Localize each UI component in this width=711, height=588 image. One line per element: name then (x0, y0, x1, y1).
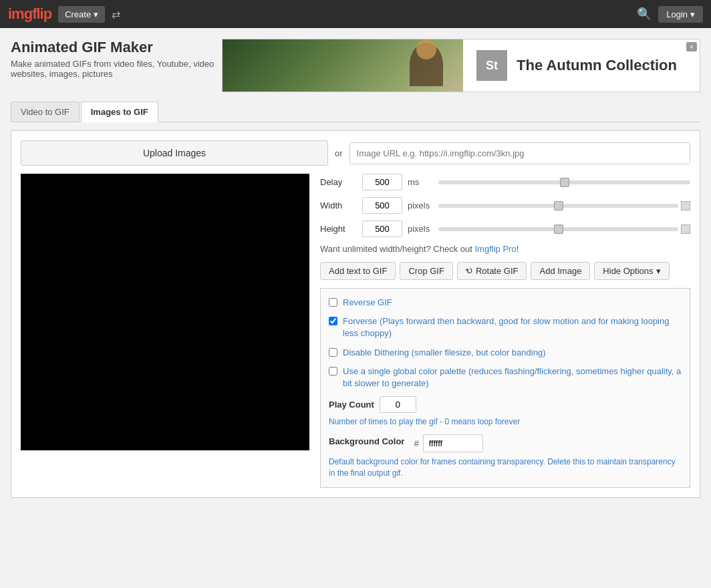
bg-color-section: Background Color # Default background co… (329, 434, 682, 479)
delay-unit: ms (408, 177, 433, 187)
width-input[interactable] (362, 197, 402, 214)
header-right: 🔍 Login ▾ (637, 6, 703, 23)
ad-st-logo: St (476, 50, 507, 81)
rotate-icon: ↻ (464, 265, 475, 277)
rotate-button[interactable]: ↻ Rotate GIF (457, 262, 527, 280)
height-control-row: Height pixels (320, 220, 690, 237)
imgflip-pro-link[interactable]: Imgflip Pro (474, 244, 516, 254)
ad-close-button[interactable]: × (686, 42, 697, 51)
reverse-gif-checkbox[interactable] (329, 298, 337, 307)
height-slider[interactable] (438, 227, 678, 231)
delay-label: Delay (320, 177, 357, 187)
bg-color-description: Default background color for frames cont… (329, 456, 682, 479)
login-chevron-icon: ▾ (690, 9, 695, 19)
content-area: Upload Images or (11, 130, 700, 498)
delay-input[interactable] (362, 174, 402, 190)
single-palette-label[interactable]: Use a single global color palette (reduc… (343, 365, 682, 390)
ad-title-text: The Autumn Collection (517, 57, 677, 74)
width-unit: pixels (408, 200, 433, 210)
gif-preview: ↖ (21, 174, 309, 450)
width-slider[interactable] (438, 204, 678, 208)
bg-color-title: Background Color (329, 436, 404, 446)
hash-symbol: # (414, 438, 418, 448)
height-label: Height (320, 224, 357, 234)
action-buttons: Add text to GIF Crop GIF ↻ Rotate GIF Ad… (320, 262, 690, 280)
upload-images-button[interactable]: Upload Images (21, 140, 328, 166)
height-slider-box (681, 225, 690, 234)
disable-dithering-label[interactable]: Disable Dithering (smaller filesize, but… (343, 347, 545, 359)
play-count-input[interactable] (380, 396, 416, 413)
chevron-down-icon: ▾ (94, 9, 98, 19)
page-title: Animated GIF Maker (11, 39, 222, 56)
hide-options-button[interactable]: Hide Options ▾ (594, 262, 669, 280)
width-label: Width (320, 200, 357, 210)
single-palette-row: Use a single global color palette (reduc… (329, 365, 682, 390)
single-palette-checkbox[interactable] (329, 367, 337, 376)
preview-controls: ↖ Delay ms Width pixels (21, 174, 690, 488)
options-panel: Reverse GIF Forverse (Plays forward then… (320, 288, 690, 488)
width-control-row: Width pixels (320, 197, 690, 214)
forverse-checkbox[interactable] (329, 317, 337, 325)
disable-dithering-checkbox[interactable] (329, 348, 337, 357)
controls-panel: Delay ms Width pixels H (320, 174, 690, 488)
forverse-label[interactable]: Forverse (Plays forward then backward, g… (343, 315, 682, 339)
play-count-row: Play Count (329, 396, 682, 413)
or-label: or (335, 148, 343, 158)
crop-button[interactable]: Crop GIF (400, 262, 452, 280)
shuffle-icon[interactable]: ⇄ (112, 8, 120, 21)
play-count-description: Number of times to play the gif - 0 mean… (329, 417, 682, 426)
logo: imgflip (8, 5, 51, 23)
ad-banner: St The Autumn Collection × (222, 39, 700, 92)
login-label: Login (666, 9, 688, 19)
forverse-row: Forverse (Plays forward then backward, g… (329, 315, 682, 339)
header: imgflip Create ▾ ⇄ 🔍 Login ▾ (0, 0, 711, 28)
logo-flip-text: flip (32, 5, 51, 22)
hide-options-chevron-icon: ▾ (656, 266, 661, 276)
delay-control-row: Delay ms (320, 174, 690, 190)
reverse-gif-row: Reverse GIF (329, 297, 682, 309)
add-image-button[interactable]: Add Image (531, 262, 590, 280)
tab-video-to-gif[interactable]: Video to GIF (11, 102, 80, 122)
upload-row: Upload Images or (21, 140, 690, 166)
unlimited-text: Want unlimited width/height? Check out I… (320, 244, 690, 254)
main-content: Animated GIF Maker Make animated GIFs fr… (0, 28, 711, 498)
bg-color-input[interactable] (423, 434, 483, 452)
delay-slider[interactable] (438, 180, 690, 184)
logo-area: imgflip Create ▾ ⇄ (8, 5, 120, 23)
tabs-container: Video to GIF Images to GIF (11, 102, 700, 122)
image-url-input[interactable] (349, 142, 690, 164)
search-button[interactable]: 🔍 (637, 7, 652, 21)
disable-dithering-row: Disable Dithering (smaller filesize, but… (329, 347, 682, 359)
width-slider-box (681, 201, 690, 210)
add-text-button[interactable]: Add text to GIF (320, 262, 396, 280)
create-label: Create (65, 9, 91, 19)
play-count-section: Play Count Number of times to play the g… (329, 396, 682, 426)
create-button[interactable]: Create ▾ (58, 6, 105, 23)
ad-white-box: St The Autumn Collection (463, 39, 700, 92)
height-unit: pixels (408, 224, 433, 234)
play-count-label: Play Count (329, 400, 374, 410)
tab-images-to-gif[interactable]: Images to GIF (81, 102, 158, 122)
logo-img-text: img (8, 5, 32, 22)
reverse-gif-label[interactable]: Reverse GIF (343, 297, 392, 309)
page-subtitle: Make animated GIFs from video files, You… (11, 59, 222, 79)
height-input[interactable] (362, 220, 402, 237)
login-button[interactable]: Login ▾ (658, 6, 703, 23)
